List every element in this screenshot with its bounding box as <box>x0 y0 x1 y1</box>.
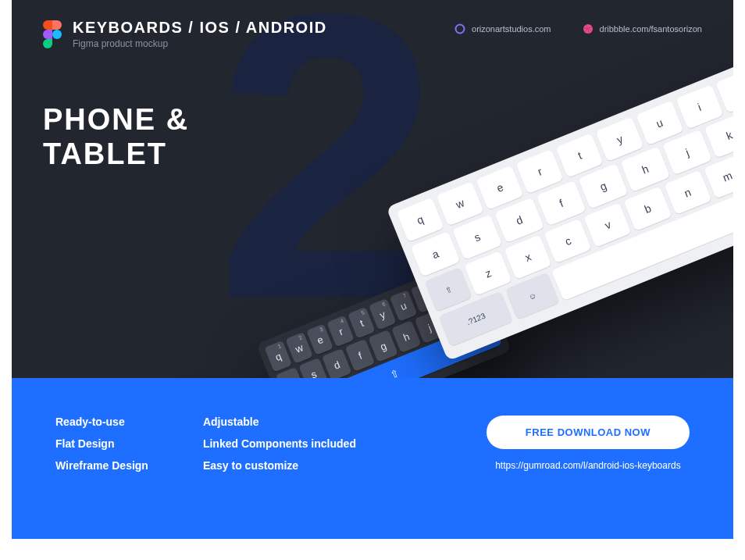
svg-point-0 <box>52 30 62 39</box>
page-subtitle: Figma product mockup <box>73 38 327 49</box>
website-link[interactable]: orizonartstudios.com <box>454 23 551 34</box>
feature-item: Linked Components included <box>203 437 356 450</box>
feature-item: Ready-to-use <box>55 416 148 428</box>
features: Ready-to-useFlat DesignWireframe Design … <box>55 416 356 539</box>
website-link-label: orizonartstudios.com <box>472 24 551 34</box>
hero-line-1: PHONE & <box>43 103 189 137</box>
footer: Ready-to-useFlat DesignWireframe Design … <box>12 378 733 539</box>
feature-list: Ready-to-useFlat DesignWireframe Design <box>55 416 148 539</box>
page-title: KEYBOARDS / IOS / ANDROID <box>73 19 327 37</box>
dribbble-icon <box>583 23 594 34</box>
feature-item: Flat Design <box>55 437 148 450</box>
feature-list: AdjustableLinked Components includedEasy… <box>203 416 356 539</box>
feature-item: Adjustable <box>203 416 356 428</box>
feature-item: Easy to customize <box>203 459 356 472</box>
brand: KEYBOARDS / IOS / ANDROID Figma product … <box>43 19 327 49</box>
hero-heading: PHONE & TABLET <box>43 103 189 171</box>
figma-logo-icon <box>43 20 62 48</box>
cta: FREE DOWNLOAD NOW https://gumroad.com/l/… <box>487 416 690 539</box>
feature-item: Wireframe Design <box>55 459 148 472</box>
hero-line-2: TABLET <box>43 137 189 172</box>
circle-icon <box>454 23 465 34</box>
download-url[interactable]: https://gumroad.com/l/android-ios-keyboa… <box>495 460 680 471</box>
download-button[interactable]: FREE DOWNLOAD NOW <box>487 416 690 449</box>
promo-canvas: 2 KEYBOARDS / IOS / ANDROID Figma produc… <box>12 0 733 539</box>
svg-point-1 <box>456 25 465 34</box>
